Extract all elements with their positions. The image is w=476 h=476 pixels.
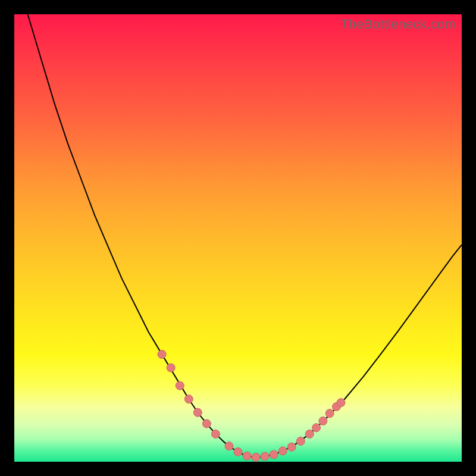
data-point-marker [319, 417, 327, 425]
data-point-marker [337, 399, 345, 407]
data-point-marker [287, 443, 296, 451]
data-point-marker [176, 381, 184, 390]
data-point-marker [312, 424, 321, 432]
data-point-marker [167, 364, 175, 372]
data-point-marker [243, 452, 251, 460]
data-point-marker [225, 442, 233, 450]
data-point-marker [202, 419, 211, 428]
marker-group [158, 350, 345, 462]
data-point-marker [211, 430, 220, 438]
data-point-marker [270, 450, 278, 459]
data-point-marker [193, 408, 202, 416]
bottleneck-plot [14, 14, 462, 462]
data-point-marker [158, 350, 166, 359]
data-point-marker [278, 447, 287, 455]
data-point-marker [305, 430, 314, 438]
data-point-marker [325, 409, 334, 418]
data-point-marker [234, 447, 242, 456]
chart-frame: TheBottleneck.com [14, 14, 462, 462]
data-point-marker [296, 437, 305, 445]
data-point-marker [261, 452, 269, 461]
data-point-marker [252, 453, 260, 461]
bottleneck-curve [14, 0, 462, 457]
data-point-marker [184, 395, 193, 403]
